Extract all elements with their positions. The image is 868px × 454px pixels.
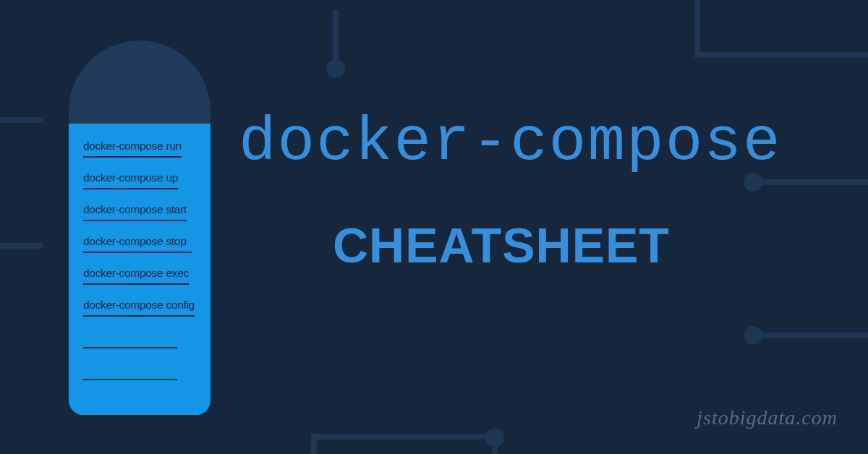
circuit-line (0, 117, 43, 123)
command-item: docker-compose start (83, 203, 187, 221)
command-item: docker-compose stop (83, 235, 192, 253)
circuit-line (333, 10, 339, 65)
circuit-node (744, 326, 762, 345)
circuit-line (0, 243, 43, 249)
command-item-blank (83, 362, 177, 380)
card-header-cap (69, 40, 210, 124)
command-item: docker-compose up (83, 171, 178, 189)
site-watermark: jstobigdata.com (697, 406, 838, 429)
circuit-line (694, 0, 700, 58)
circuit-line (752, 179, 868, 185)
command-item: docker-compose config (83, 299, 195, 317)
command-item-blank (83, 330, 177, 348)
circuit-node (485, 428, 504, 447)
card-body: docker-compose run docker-compose up doc… (69, 124, 210, 415)
circuit-line (311, 434, 492, 440)
circuit-line (752, 333, 868, 338)
command-card: docker-compose run docker-compose up doc… (69, 40, 210, 415)
command-item: docker-compose run (83, 140, 182, 158)
circuit-node (326, 59, 345, 78)
circuit-line (694, 52, 868, 58)
command-item: docker-compose exec (83, 267, 189, 285)
page-title: docker-compose (239, 107, 782, 178)
page-subtitle: CHEATSHEET (333, 217, 670, 273)
